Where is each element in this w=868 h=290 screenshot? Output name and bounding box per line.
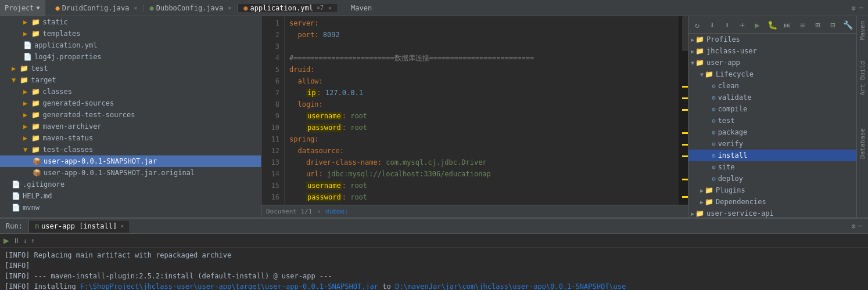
maven-download-icon[interactable]: ⬇ bbox=[706, 19, 719, 31]
code-line-2: port: 8092 bbox=[289, 29, 679, 41]
match-marker bbox=[682, 109, 688, 111]
tree-item-gitignore[interactable]: 📄 .gitignore bbox=[0, 179, 261, 190]
folder-open-icon: ▼ 📁 bbox=[23, 146, 40, 154]
tree-item-test[interactable]: ▶ 📁 test bbox=[0, 63, 261, 74]
minimize-icon[interactable]: ─ bbox=[859, 4, 863, 12]
maven-add-icon[interactable]: + bbox=[736, 19, 749, 31]
maven-jhclass-user[interactable]: ▶ 📁 jhclass-user bbox=[688, 45, 856, 57]
maven-skip-icon[interactable]: ⏭ bbox=[781, 19, 794, 31]
tree-item-maven-archiver[interactable]: ▶ 📁 maven-archiver bbox=[0, 121, 261, 132]
maven-settings-icon[interactable]: 🔧 bbox=[841, 19, 854, 31]
right-tab-art-build[interactable]: Art Build bbox=[858, 56, 867, 100]
scroll-up-icon[interactable]: ↑ bbox=[31, 237, 35, 245]
editor-tabs: ● DruidConfig.java ✕ ● DubboConfig.java … bbox=[50, 4, 847, 12]
maven-verify[interactable]: ⚙ verify bbox=[688, 138, 856, 150]
tree-item-generated-sources[interactable]: ▶ 📁 generated-sources bbox=[0, 97, 261, 109]
minimap-scroll bbox=[682, 16, 688, 51]
minimize-bottom-icon[interactable]: ─ bbox=[858, 222, 862, 230]
maven-user-service-api[interactable]: ▶ 📁 user-service-api bbox=[688, 208, 856, 217]
close-icon[interactable]: ✕ bbox=[228, 5, 231, 11]
run-tab-user-app[interactable]: m user-app [install] ✕ bbox=[28, 220, 130, 233]
tree-item-snapshot-jar-original[interactable]: 📦 user-app-0.0.1-SNAPSHOT.jar.original bbox=[0, 167, 261, 179]
yaml-icon: 📄 bbox=[23, 41, 32, 49]
close-icon[interactable]: ✕ bbox=[134, 5, 137, 11]
code-line-1: server: bbox=[289, 17, 679, 29]
scroll-down-icon[interactable]: ↓ bbox=[23, 237, 27, 245]
maven-validate[interactable]: ⚙ validate bbox=[688, 92, 856, 103]
maven-upload-icon[interactable]: ⬆ bbox=[721, 19, 734, 31]
file-tree: ▶ 📁 static ▶ 📁 templates 📄 application.y… bbox=[0, 16, 261, 217]
maven-refresh-icon[interactable]: ↻ bbox=[691, 19, 704, 31]
editor-status-bar: Document 1/1 › dubbo: bbox=[261, 205, 688, 217]
tree-item-static[interactable]: ▶ 📁 static bbox=[0, 16, 261, 28]
maven-panel: ↻ ⬇ ⬆ + ▶ 🐛 ⏭ ≡ ⊞ ⊟ 🔧 ▶ 📁 Profiles ▶ 📁 j… bbox=[688, 16, 856, 217]
tree-item-label: .gitignore bbox=[23, 180, 64, 188]
tab-druidconfig[interactable]: ● DruidConfig.java ✕ bbox=[50, 4, 144, 12]
maven-clean[interactable]: ⚙ clean bbox=[688, 80, 856, 92]
tab-dubboconfig[interactable]: ● DubboConfig.java ✕ bbox=[144, 4, 238, 12]
tree-item-test-classes[interactable]: ▼ 📁 test-classes bbox=[0, 144, 261, 155]
code-line-10: password: root bbox=[289, 122, 679, 133]
maven-profiles[interactable]: ▶ 📁 Profiles bbox=[688, 34, 856, 45]
maven-test[interactable]: ⚙ test bbox=[688, 115, 856, 126]
tree-item-label: HELP.md bbox=[23, 192, 52, 200]
maven-toggle-icon[interactable]: ≡ bbox=[796, 19, 809, 31]
close-tab-icon[interactable]: ✕ bbox=[120, 223, 124, 229]
tree-item-help-md[interactable]: 📄 HELP.md bbox=[0, 190, 261, 202]
settings-icon[interactable]: ⚙ bbox=[852, 4, 856, 12]
match-marker bbox=[682, 132, 688, 134]
maven-item-label: Lifecycle bbox=[716, 70, 754, 78]
file-icon: 📄 bbox=[12, 192, 20, 200]
maven-deploy[interactable]: ⚙ deploy bbox=[688, 173, 856, 184]
tree-item-label: user-app-0.0.1-SNAPSHOT.jar bbox=[44, 157, 157, 165]
maven-package[interactable]: ⚙ package bbox=[688, 126, 856, 138]
project-dropdown-icon[interactable]: ▼ bbox=[37, 5, 40, 11]
tab-icon: ● bbox=[56, 4, 60, 12]
tree-item-generated-test-sources[interactable]: ▶ 📁 generated-test-sources bbox=[0, 109, 261, 121]
top-bar: Project ▼ ● DruidConfig.java ✕ ● DubboCo… bbox=[0, 0, 868, 16]
loading-icon: ⏸ bbox=[13, 237, 20, 245]
maven-plugins[interactable]: ▶ 📁 Plugins bbox=[688, 184, 856, 196]
props-icon: 📄 bbox=[23, 53, 32, 61]
maven-folder-icon: 📁 bbox=[695, 59, 704, 67]
maven-run-icon[interactable]: ▶ bbox=[751, 19, 764, 31]
tab-icon: ● bbox=[149, 4, 153, 12]
maven-site[interactable]: ⚙ site bbox=[688, 161, 856, 173]
right-edge-tabs: Maven Art Build Database bbox=[856, 16, 868, 217]
line-numbers: 12345 678910 111213141516 bbox=[261, 16, 285, 205]
project-tab[interactable]: Project ▼ bbox=[0, 0, 45, 16]
tree-item-target[interactable]: ▼ 📁 target bbox=[0, 74, 261, 86]
caret-icon: ▶ bbox=[700, 199, 704, 205]
maven-lifecycle[interactable]: ▼ 📁 Lifecycle bbox=[688, 68, 856, 80]
maven-item-label: test bbox=[718, 117, 735, 125]
maven-debug-icon[interactable]: 🐛 bbox=[766, 19, 779, 31]
maven-compile[interactable]: ⚙ compile bbox=[688, 103, 856, 115]
code-content[interactable]: server: port: 8092 #====================… bbox=[285, 16, 679, 205]
maven-collapse-icon[interactable]: ⊟ bbox=[826, 19, 839, 31]
tab-application-yml[interactable]: ● application.yml ×7 ✕ bbox=[238, 4, 338, 12]
tab-label: DruidConfig.java bbox=[62, 4, 130, 12]
right-tab-maven[interactable]: Maven bbox=[858, 16, 867, 45]
bottom-tab-bar: Run: m user-app [install] ✕ ⚙ ─ bbox=[0, 219, 868, 234]
tree-item-templates[interactable]: ▶ 📁 templates bbox=[0, 28, 261, 39]
tree-item-label: classes bbox=[42, 88, 72, 96]
tree-item-application-yml[interactable]: 📄 application.yml bbox=[0, 39, 261, 51]
folder-icon: ▶ 📁 bbox=[23, 134, 40, 142]
tree-item-mvnw[interactable]: 📄 mvnw bbox=[0, 202, 261, 213]
maven-expand-icon[interactable]: ⊞ bbox=[811, 19, 824, 31]
tree-item-log4j[interactable]: 📄 log4j.properties bbox=[0, 51, 261, 63]
tree-item-maven-status[interactable]: ▶ 📁 maven-status bbox=[0, 132, 261, 144]
tree-item-classes[interactable]: ▶ 📁 classes bbox=[0, 86, 261, 97]
play-icon[interactable]: ▶ bbox=[3, 235, 9, 246]
maven-install[interactable]: ⚙ install bbox=[688, 150, 856, 161]
tree-item-snapshot-jar[interactable]: 📦 user-app-0.0.1-SNAPSHOT.jar bbox=[0, 155, 261, 167]
maven-user-app[interactable]: ▼ 📁 user-app bbox=[688, 57, 856, 68]
jar-icon: 📦 bbox=[33, 157, 41, 165]
settings-icon[interactable]: ⚙ bbox=[852, 222, 856, 230]
maven-dependencies[interactable]: ▶ 📁 Dependencies bbox=[688, 196, 856, 208]
code-line-11: spring: bbox=[289, 133, 679, 145]
right-tab-database[interactable]: Database bbox=[858, 124, 867, 164]
project-label: Project bbox=[5, 4, 34, 12]
caret-icon: ▶ bbox=[691, 211, 694, 217]
close-icon[interactable]: ✕ bbox=[328, 5, 332, 11]
